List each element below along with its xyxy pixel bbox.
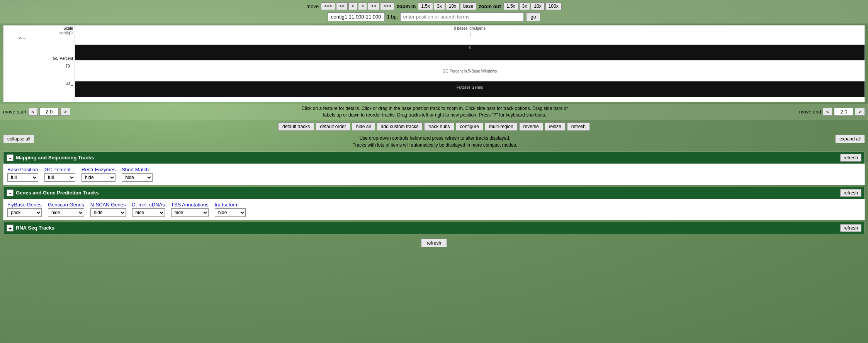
toolbar-refresh-btn[interactable]: refresh [567,122,590,131]
refresh-hint-line1: Use drop-down controls below and press r… [359,135,510,141]
track-controls-genes: FlyBase GenespackfulldensehideGenscan Ge… [3,199,865,220]
track-item-1: GC Percentfulldensehide [44,167,75,182]
move-start-input[interactable] [39,108,59,116]
move-end-more-btn[interactable]: > [855,108,865,116]
t-marker: T [470,32,472,37]
track-select-4[interactable]: hidefulldense [171,208,209,217]
add-custom-tracks-btn[interactable]: add custom tracks [377,122,423,131]
expand-all-btn[interactable]: expand all [835,135,865,143]
track-black-1: X [75,45,865,60]
track-link-2[interactable]: N-SCAN Genes [90,202,126,208]
track-header-rnaseq: +RNA Seq Tracksrefresh [3,222,865,234]
track-hubs-btn[interactable]: track hubs [424,122,454,131]
zoom-in-10x[interactable]: 10x [446,2,459,10]
track-link-3[interactable]: D. mel. cDNAs [132,202,165,208]
track-header-genes: -Genes and Gene Prediction Tracksrefresh [3,187,865,199]
track-link-1[interactable]: GC Percent [44,167,75,172]
move-end-input[interactable] [834,108,853,116]
section-refresh-btn-rnaseq[interactable]: refresh [840,224,861,232]
track-section-genes: -Genes and Gene Prediction Tracksrefresh… [3,187,865,220]
track-link-0[interactable]: FlyBase Genes [7,202,42,208]
toolbar: default tracks default order hide all ad… [0,120,868,133]
track-flybase: FlyBase Genes [75,81,865,97]
zoom-in-base[interactable]: base [460,2,476,10]
zoom-in-label: zoom in [397,3,416,9]
move-end-less-btn[interactable]: < [823,108,833,116]
zoom-in-3x[interactable]: 3x [434,2,445,10]
arrow-indicator: <---- [19,36,26,41]
go-button[interactable]: go [526,12,540,21]
y30-label: 30 _ [66,81,73,86]
standalone-refresh-section: refresh [0,236,868,250]
info-line1: Click on a feature for details. Click or… [301,106,568,111]
gc-sidebar-label: GC Percent [53,56,73,61]
scale-text: Scale contig1: [59,26,73,35]
move-start-label: move start [3,109,27,115]
track-select-1[interactable]: hidefulldense [48,208,84,217]
default-order-btn[interactable]: default order [316,122,350,131]
flybase-label: FlyBase Genes [457,85,483,90]
track-link-4[interactable]: TSS Annotations [171,202,209,208]
refresh-hint-line2: Tracks with lots of items will automatic… [353,142,517,148]
track-select-3[interactable]: hidefulldense [132,208,165,217]
configure-btn[interactable]: configure [456,122,483,131]
track-select-0[interactable]: fulldensehide [7,173,38,182]
x-marker: X [469,46,471,50]
toggle-btn-genes[interactable]: - [7,189,14,196]
track-item-1: Genscan Geneshidefulldense [48,202,84,217]
zoom-in-1-5x[interactable]: 1.5x [418,2,433,10]
track-link-2[interactable]: Restr Enzymes [82,167,116,172]
standalone-refresh-btn[interactable]: refresh [421,239,447,247]
track-select-5[interactable]: hidefulldense [215,208,246,217]
track-link-5[interactable]: tra Isoform [215,202,246,208]
collapse-expand-row: collapse all Use drop-down controls belo… [0,133,868,150]
info-text: Click on a feature for details. Click or… [301,105,568,118]
nav-btn-far-left[interactable]: <<< [321,2,335,10]
track-sections: -Mapping and Sequencing TracksrefreshBas… [0,152,868,250]
track-select-1[interactable]: fulldensehide [44,173,75,182]
nav-btn-far-right[interactable]: >>> [380,2,394,10]
track-link-1[interactable]: Genscan Genes [48,202,84,208]
zoom-out-100x[interactable]: 100x [545,2,562,10]
nav-btn-left-2[interactable]: << [336,2,348,10]
toggle-btn-mapping[interactable]: - [7,154,14,161]
track-link-0[interactable]: Base Position [7,167,38,172]
zoom-out-3x[interactable]: 3x [519,2,530,10]
track-item-0: FlyBase Genespackfulldensehide [7,202,42,217]
position-display: contig1:11,000-11,000 [328,12,384,21]
collapse-all-btn[interactable]: collapse all [3,135,34,143]
track-item-4: TSS Annotationshidefulldense [171,202,209,217]
track-select-3[interactable]: hidefulldense [122,173,153,182]
genome-track-area[interactable]: 0 bases| dm3gene T X GC Percent in 5-Bas… [75,25,865,102]
track-item-3: D. mel. cDNAshidefulldense [132,202,165,217]
section-refresh-btn-mapping[interactable]: refresh [840,154,861,162]
track-select-0[interactable]: packfulldensehide [7,208,42,217]
resize-btn[interactable]: resize [545,122,566,131]
nav-btn-left-1[interactable]: < [348,2,357,10]
reverse-btn[interactable]: reverse [519,122,543,131]
info-line2: labels up or down to reorder tracks. Dra… [323,112,546,118]
section-title-mapping: Mapping and Sequencing Tracks [16,155,94,161]
track-gc-percent: GC Percent in 5-Base Windows [75,60,865,81]
zoom-out-1-5x[interactable]: 1.5x [503,2,518,10]
section-refresh-btn-genes[interactable]: refresh [840,189,861,197]
multi-region-btn[interactable]: multi-region [485,122,518,131]
move-start-more-btn[interactable]: > [60,108,70,116]
move-controls-row: move start < > Click on a feature for de… [0,104,868,120]
track-section-mapping: -Mapping and Sequencing TracksrefreshBas… [3,152,865,185]
hide-all-btn[interactable]: hide all [352,122,375,131]
zoom-out-10x[interactable]: 10x [531,2,544,10]
nav-btn-right-1[interactable]: > [358,2,367,10]
track-link-3[interactable]: Short Match [122,167,153,172]
toggle-btn-rnaseq[interactable]: + [7,225,14,231]
genome-browser: Scale contig1: <---- GC Percent 70 _ 30 … [3,25,865,102]
move-start-less-btn[interactable]: < [28,108,38,116]
track-item-2: N-SCAN Geneshidefulldense [90,202,126,217]
move-end-label: move end [799,109,821,115]
nav-btn-right-2[interactable]: >> [368,2,379,10]
track-item-0: Base Positionfulldensehide [7,167,38,182]
search-input[interactable] [400,12,524,21]
track-select-2[interactable]: hidefulldense [90,208,126,217]
track-select-2[interactable]: hidefulldense [82,173,116,182]
default-tracks-btn[interactable]: default tracks [278,122,314,131]
